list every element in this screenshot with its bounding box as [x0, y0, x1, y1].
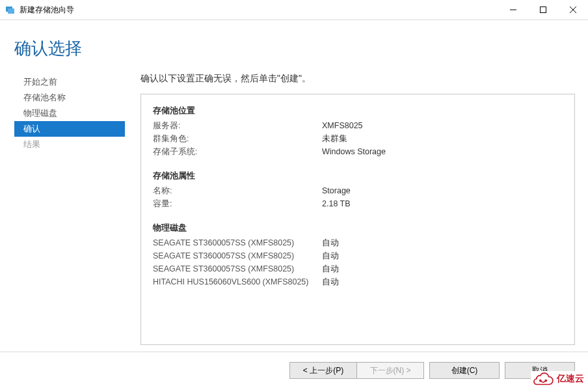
instruction-text: 确认以下设置正确无误，然后单击"创建"。 — [140, 73, 575, 85]
value-disk-3: 自动 — [322, 275, 339, 288]
section-physical-disks: 物理磁盘 SEAGATE ST3600057SS (XMFS8025) 自动 S… — [153, 222, 563, 288]
label-disk-2: SEAGATE ST3600057SS (XMFS8025) — [153, 262, 322, 275]
label-server: 服务器: — [153, 119, 322, 132]
page-heading: 确认选择 — [0, 20, 588, 73]
watermark: 亿速云 — [531, 371, 585, 387]
value-server: XMFS8025 — [322, 119, 363, 132]
label-storage-subsystem: 存储子系统: — [153, 145, 322, 158]
row-server: 服务器: XMFS8025 — [153, 119, 563, 132]
maximize-button[interactable] — [528, 0, 558, 20]
value-capacity: 2.18 TB — [322, 197, 351, 210]
row-capacity: 容量: 2.18 TB — [153, 197, 563, 210]
row-disk: SEAGATE ST3600057SS (XMFS8025) 自动 — [153, 262, 563, 275]
sidebar-item-before-you-begin[interactable]: 开始之前 — [14, 74, 125, 90]
row-cluster-role: 群集角色: 未群集 — [153, 132, 563, 145]
label-name: 名称: — [153, 184, 322, 197]
minimize-button[interactable] — [498, 0, 528, 20]
section-location-title: 存储池位置 — [153, 105, 563, 117]
previous-button[interactable]: < 上一步(P) — [290, 363, 357, 378]
row-disk: SEAGATE ST3600057SS (XMFS8025) 自动 — [153, 236, 563, 249]
section-physical-disks-title: 物理磁盘 — [153, 222, 563, 234]
value-disk-1: 自动 — [322, 249, 339, 262]
window-title: 新建存储池向导 — [20, 5, 74, 16]
cloud-icon — [532, 371, 554, 387]
sidebar-item-confirm[interactable]: 确认 — [14, 121, 125, 137]
section-properties: 存储池属性 名称: Storage 容量: 2.18 TB — [153, 170, 563, 210]
label-cluster-role: 群集角色: — [153, 132, 322, 145]
create-button[interactable]: 创建(C) — [429, 362, 500, 379]
wizard-footer: < 上一步(P) 下一步(N) > 创建(C) 取消 — [0, 352, 588, 388]
section-location: 存储池位置 服务器: XMFS8025 群集角色: 未群集 存储子系统: Win… — [153, 105, 563, 158]
value-name: Storage — [322, 184, 351, 197]
summary-panel: 存储池位置 服务器: XMFS8025 群集角色: 未群集 存储子系统: Win… — [140, 94, 575, 345]
next-button: 下一步(N) > — [357, 363, 423, 378]
value-cluster-role: 未群集 — [322, 132, 347, 145]
value-storage-subsystem: Windows Storage — [322, 145, 386, 158]
label-disk-1: SEAGATE ST3600057SS (XMFS8025) — [153, 249, 322, 262]
wizard-window: 新建存储池向导 确认选择 开始之前 存储池名称 物理磁盘 确认 结果 确认以下设… — [0, 0, 588, 388]
titlebar: 新建存储池向导 — [0, 0, 588, 20]
nav-button-pair: < 上一步(P) 下一步(N) > — [289, 362, 424, 379]
watermark-text: 亿速云 — [557, 373, 584, 385]
svg-rect-3 — [541, 7, 546, 13]
row-disk: SEAGATE ST3600057SS (XMFS8025) 自动 — [153, 249, 563, 262]
label-disk-3: HITACHI HUS156060VLS600 (XMFS8025) — [153, 275, 322, 288]
value-disk-2: 自动 — [322, 262, 339, 275]
section-properties-title: 存储池属性 — [153, 170, 563, 182]
row-disk: HITACHI HUS156060VLS600 (XMFS8025) 自动 — [153, 275, 563, 288]
svg-rect-1 — [8, 8, 14, 14]
wizard-steps-sidebar: 开始之前 存储池名称 物理磁盘 确认 结果 — [14, 73, 125, 352]
sidebar-item-results: 结果 — [14, 137, 125, 152]
row-storage-subsystem: 存储子系统: Windows Storage — [153, 145, 563, 158]
label-disk-0: SEAGATE ST3600057SS (XMFS8025) — [153, 236, 322, 249]
value-disk-0: 自动 — [322, 236, 339, 249]
main-content: 确认以下设置正确无误，然后单击"创建"。 存储池位置 服务器: XMFS8025… — [125, 73, 588, 352]
close-button[interactable] — [558, 0, 588, 20]
sidebar-item-physical-disks[interactable]: 物理磁盘 — [14, 105, 125, 121]
label-capacity: 容量: — [153, 197, 322, 210]
sidebar-item-pool-name[interactable]: 存储池名称 — [14, 90, 125, 105]
row-name: 名称: Storage — [153, 184, 563, 197]
app-icon — [5, 5, 16, 15]
